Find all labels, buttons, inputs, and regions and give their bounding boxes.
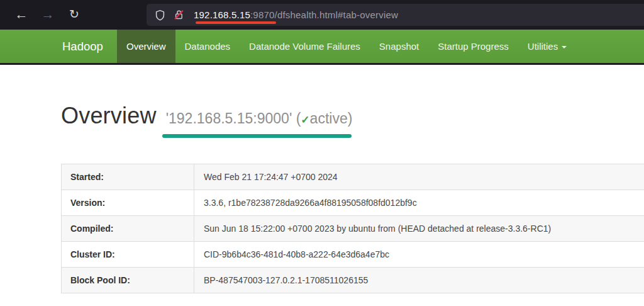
tab-utilities-label: Utilities: [528, 41, 558, 52]
row-label: Compiled:: [62, 216, 194, 242]
tab-snapshot[interactable]: Snapshot: [370, 30, 428, 63]
overview-info-table: Started: Wed Feb 21 17:24:47 +0700 2024 …: [61, 164, 644, 293]
table-row-started: Started: Wed Feb 21 17:24:47 +0700 2024: [62, 164, 644, 190]
shield-icon[interactable]: [155, 9, 165, 21]
address-url[interactable]: 192.168.5.15:9870/dfshealth.html#tab-ove…: [194, 9, 398, 20]
browser-toolbar: ← → ↻ 192.168.5.15:9870/dfshealth.html#t…: [0, 0, 644, 30]
page-title: Overview: [61, 103, 157, 129]
address-teal-underline-annotation: [162, 134, 352, 138]
row-label: Cluster ID:: [62, 242, 194, 268]
table-row-compiled: Compiled: Sun Jun 18 15:22:00 +0700 2023…: [62, 216, 644, 242]
hadoop-navbar: Hadoop Overview Datanodes Datanode Volum…: [0, 30, 644, 65]
row-value: 3.3.6, r1be78238728da9266a4f88195058f08f…: [194, 190, 644, 216]
row-value: CID-9b6b4c36-481d-40b8-a222-64e3d6a4e7bc: [194, 242, 644, 268]
hadoop-overview-page: ← → ↻ 192.168.5.15:9870/dfshealth.html#t…: [0, 0, 644, 306]
url-red-underline-annotation: [196, 21, 276, 24]
row-value: Wed Feb 21 17:24:47 +0700 2024: [194, 164, 644, 190]
chevron-down-icon: [562, 46, 567, 48]
tab-datanodes[interactable]: Datanodes: [175, 30, 240, 63]
reload-icon[interactable]: ↻: [65, 6, 83, 23]
tab-datanode-volume-failures[interactable]: Datanode Volume Failures: [240, 30, 370, 63]
navbar-tabs: Overview Datanodes Datanode Volume Failu…: [117, 30, 576, 63]
table-row-cluster-id: Cluster ID: CID-9b6b4c36-481d-40b8-a222-…: [62, 242, 644, 268]
tab-startup-progress[interactable]: Startup Progress: [428, 30, 518, 63]
tab-utilities[interactable]: Utilities: [518, 30, 576, 63]
row-label: Version:: [62, 190, 194, 216]
tab-overview[interactable]: Overview: [117, 30, 175, 63]
status-badge: active: [310, 110, 348, 127]
row-label: Block Pool ID:: [62, 268, 194, 293]
row-label: Started:: [62, 164, 194, 190]
table-row-version: Version: 3.3.6, r1be78238728da9266a4f881…: [62, 190, 644, 216]
back-icon[interactable]: ←: [13, 6, 30, 23]
row-value: Sun Jun 18 15:22:00 +0700 2023 by ubuntu…: [194, 216, 644, 242]
url-path: :9870/dfshealth.html#tab-overview: [250, 9, 398, 20]
table-row-block-pool-id: Block Pool ID: BP-487547003-127.0.2.1-17…: [62, 268, 644, 293]
namenode-address: '192.168.5.15:9000' (✓active): [166, 110, 353, 127]
url-host: 192.168.5.15: [194, 9, 250, 20]
namenode-address-text: '192.168.5.15:9000': [166, 110, 292, 127]
forward-icon[interactable]: →: [39, 6, 57, 23]
hadoop-brand[interactable]: Hadoop: [62, 30, 103, 63]
paren-close: ): [348, 110, 353, 127]
insecure-lock-icon[interactable]: [174, 9, 184, 20]
page-heading: Overview '192.168.5.15:9000' (✓active): [61, 103, 352, 129]
active-check-icon: ✓: [301, 114, 309, 126]
row-value: BP-487547003-127.0.2.1-1708511026155: [194, 268, 644, 293]
